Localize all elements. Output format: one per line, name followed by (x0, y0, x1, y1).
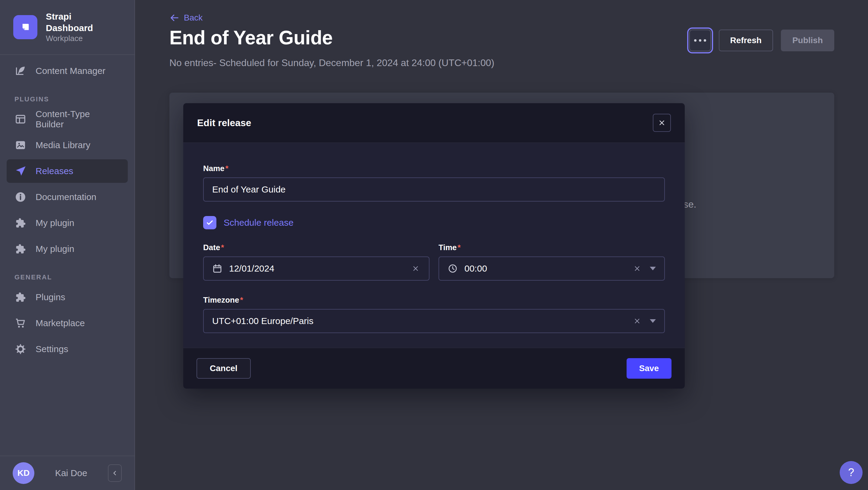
workspace-title: Strapi Dashboard (46, 11, 121, 33)
sidebar-nav: Content Manager PLUGINS Content-Type Bui… (0, 55, 134, 456)
sidebar-item-content-type-builder[interactable]: Content-Type Builder (7, 108, 128, 131)
workspace-subtitle: Workplace (46, 33, 121, 44)
calendar-icon (212, 263, 222, 273)
sidebar-item-label: Content-Type Builder (36, 109, 120, 129)
feather-pen-icon (14, 65, 27, 77)
timezone-label: Timezone* (203, 295, 665, 305)
sidebar-item-label: My plugin (36, 218, 74, 228)
clear-date-button[interactable] (411, 264, 421, 273)
puzzle-icon (14, 291, 27, 303)
more-options-button[interactable] (689, 30, 711, 51)
timezone-value: UTC+01:00 Europe/Paris (212, 316, 626, 326)
name-field-group: Name* End of Year Guide (203, 164, 665, 202)
chevron-left-icon (111, 469, 119, 477)
sidebar: Strapi Dashboard Workplace Content Manag… (0, 0, 135, 490)
image-icon (14, 139, 27, 151)
strapi-logo-icon (13, 15, 37, 39)
clear-icon (411, 264, 420, 273)
save-button[interactable]: Save (627, 358, 672, 379)
schedule-release-checkbox[interactable] (203, 216, 216, 229)
sidebar-item-label: Marketplace (36, 318, 85, 328)
arrow-left-icon (169, 13, 180, 23)
timezone-field-group: Timezone* UTC+01:00 Europe/Paris (203, 295, 665, 333)
name-value: End of Year Guide (212, 184, 656, 195)
back-link[interactable]: Back (169, 13, 203, 23)
sidebar-item-marketplace[interactable]: Marketplace (7, 311, 128, 335)
date-value: 12/01/2024 (229, 263, 404, 273)
puzzle-icon (14, 243, 27, 255)
sidebar-item-label: Plugins (36, 292, 65, 302)
timezone-input[interactable]: UTC+01:00 Europe/Paris (203, 309, 665, 333)
ellipsis-icon (694, 39, 696, 41)
chevron-down-icon (650, 319, 656, 323)
clear-timezone-button[interactable] (632, 316, 642, 326)
close-icon (658, 119, 666, 127)
cancel-button[interactable]: Cancel (196, 358, 251, 379)
sidebar-item-my-plugin-2[interactable]: My plugin (7, 237, 128, 261)
time-label: Time* (438, 242, 665, 252)
page-title: End of Year Guide (169, 27, 333, 49)
time-field-group: Time* 00:00 (438, 242, 665, 281)
sidebar-item-plugins[interactable]: Plugins (7, 285, 128, 309)
date-field-group: Date* 12/01/2024 (203, 242, 430, 281)
date-label: Date* (203, 242, 430, 252)
schedule-release-row: Schedule release (203, 216, 665, 229)
sidebar-item-media-library[interactable]: Media Library (7, 133, 128, 157)
sidebar-item-my-plugin-1[interactable]: My plugin (7, 211, 128, 235)
sidebar-item-label: Documentation (36, 192, 96, 202)
check-icon (206, 219, 214, 227)
modal-header: Edit release (183, 103, 685, 143)
schedule-release-label[interactable]: Schedule release (224, 218, 293, 228)
clock-icon (447, 263, 458, 273)
modal-body: Name* End of Year Guide Schedule release… (183, 143, 685, 348)
date-input[interactable]: 12/01/2024 (203, 256, 430, 281)
gear-icon (14, 343, 27, 355)
puzzle-icon (14, 217, 27, 229)
time-value: 00:00 (464, 263, 626, 273)
modal-footer: Cancel Save (183, 348, 685, 388)
sidebar-item-settings[interactable]: Settings (7, 337, 128, 361)
user-name: Kai Doe (41, 468, 101, 478)
chevron-down-icon (650, 267, 656, 270)
clear-time-button[interactable] (632, 264, 642, 273)
header-actions: Refresh Publish (689, 30, 834, 51)
required-asterisk: * (221, 243, 224, 252)
close-modal-button[interactable] (653, 114, 671, 132)
clear-icon (633, 264, 641, 273)
time-input[interactable]: 00:00 (438, 256, 665, 281)
required-asterisk: * (225, 164, 228, 173)
publish-button[interactable]: Publish (781, 30, 834, 51)
name-input[interactable]: End of Year Guide (203, 177, 665, 202)
paper-plane-icon (14, 165, 27, 177)
sidebar-section-general: GENERAL (14, 273, 120, 281)
sidebar-item-releases[interactable]: Releases (7, 159, 128, 183)
refresh-button[interactable]: Refresh (719, 30, 773, 51)
clear-icon (633, 317, 641, 325)
collapse-sidebar-button[interactable] (108, 464, 122, 482)
name-label: Name* (203, 164, 665, 173)
cart-icon (14, 317, 27, 329)
info-icon (14, 191, 27, 203)
edit-release-modal: Edit release Name* End of Year Guide (183, 103, 685, 388)
page-subtitle: No entries- Scheduled for Sunday, Decemb… (169, 57, 494, 68)
workspace-brand: Strapi Dashboard Workplace (0, 0, 134, 54)
sidebar-item-label: Content Manager (36, 66, 105, 76)
help-button[interactable]: ? (840, 461, 863, 484)
sidebar-footer: KD Kai Doe (0, 456, 134, 490)
modal-title: Edit release (197, 117, 251, 128)
sidebar-item-content-manager[interactable]: Content Manager (7, 59, 128, 83)
sidebar-item-documentation[interactable]: Documentation (7, 185, 128, 209)
user-avatar: KD (13, 462, 34, 484)
required-asterisk: * (458, 243, 461, 252)
sidebar-item-label: Releases (36, 166, 73, 176)
required-asterisk: * (240, 295, 243, 305)
sidebar-item-label: Media Library (36, 140, 90, 150)
layout-grid-icon (14, 113, 27, 125)
sidebar-section-plugins: PLUGINS (14, 95, 120, 103)
sidebar-item-label: Settings (36, 344, 68, 354)
sidebar-item-label: My plugin (36, 244, 74, 254)
